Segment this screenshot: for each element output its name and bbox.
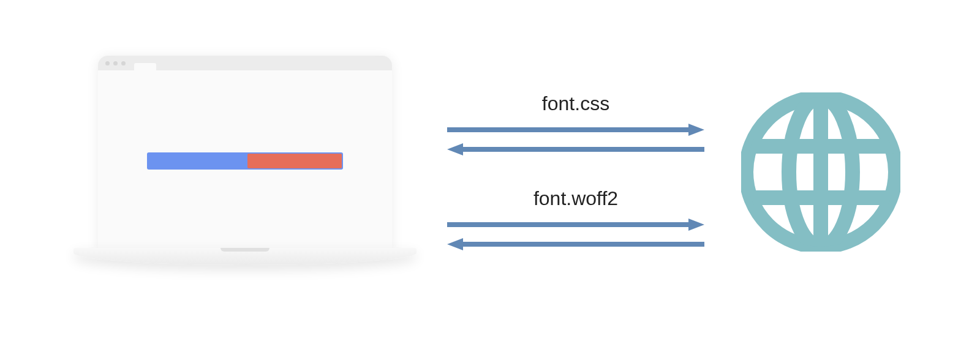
browser-tab [134,63,156,70]
browser-chrome [98,56,392,70]
svg-marker-5 [688,219,704,231]
network-arrows: font.css font.woff2 [447,92,704,252]
arrow-right-icon [447,122,704,137]
font-css-exchange: font.css [447,92,704,157]
laptop-notch [221,248,270,252]
arrow-right-icon [447,217,704,232]
arrow-left-icon [447,142,704,157]
progress-fill [247,154,342,168]
request-label: font.woff2 [447,187,704,210]
svg-marker-7 [447,238,463,250]
svg-marker-1 [688,124,704,136]
window-control-dot [121,61,126,65]
request-label: font.css [447,92,704,115]
window-control-dot [105,61,110,65]
screen-content [98,70,392,252]
font-woff2-exchange: font.woff2 [447,187,704,252]
globe [735,86,907,258]
laptop [74,50,417,294]
window-control-dot [113,61,118,65]
laptop-base [74,248,417,265]
progress-bar [147,152,343,170]
globe-icon [741,92,900,252]
arrow-left-icon [447,237,704,252]
laptop-screen [98,56,392,252]
svg-marker-3 [447,143,463,155]
